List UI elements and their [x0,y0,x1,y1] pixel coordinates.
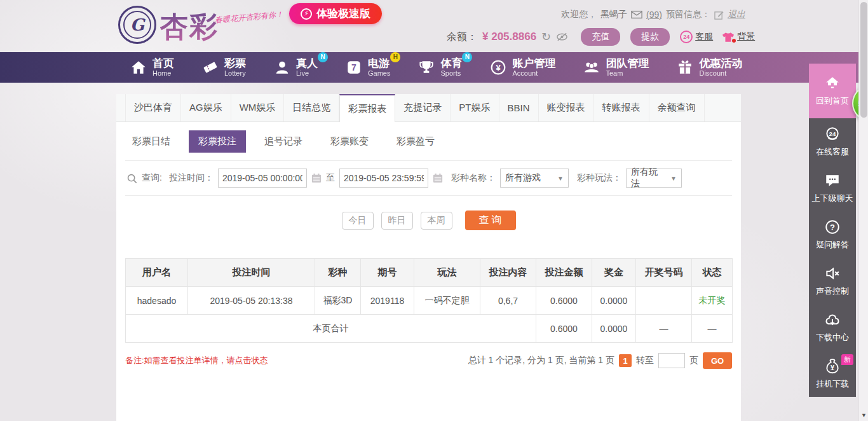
col-lottery: 彩种 [315,259,361,287]
sidebar-item-back-home[interactable]: 回到首页 [809,64,856,118]
nav-item-discount[interactable]: 优惠活动Discount [677,58,742,78]
tab-account-change[interactable]: 账变报表 [539,94,594,121]
subtab-chase-records[interactable]: 追号记录 [255,130,312,153]
background-setting-link[interactable]: 背景 [722,31,755,43]
summary-amount: 0.6000 [536,315,592,343]
new-badge: 新 [841,354,853,365]
col-content: 投注内容 [480,259,536,287]
query-toolbar: 查询: 投注时间： 至 彩种名称： 所有游戏 ▼ 彩种玩法： 所有玩法 ▼ [125,160,732,196]
sidebar-item-faq[interactable]: ? 疑问解答 [809,211,856,258]
tab-daily-overview[interactable]: 日结总览 [284,94,339,121]
quick-range-buttons: 今日 昨日 本周 查 询 [116,210,741,230]
scrollbar-thumb[interactable] [860,2,867,118]
scrollbar-down-arrow[interactable]: ▼ [859,412,868,418]
username: 黑蝎子 [600,9,627,20]
coin-icon: ¥ [490,59,506,76]
nav-item-account[interactable]: ¥ 账户管理Account [490,58,555,78]
brand-name[interactable]: 杏彩 [160,8,219,46]
search-button[interactable]: 查 询 [465,210,516,230]
bets-table: 用户名 投注时间 彩种 期号 玩法 投注内容 投注金额 奖金 开奖号码 状态 h… [125,258,733,343]
lottery-subtabs: 彩票日结 彩票投注 追号记录 彩票账变 彩票盈亏 [123,130,741,153]
sidebar-item-download-center[interactable]: 下载中心 [809,304,856,350]
logout-link[interactable]: 退出 [728,9,745,20]
balance-value: ¥ 205.8866 [482,31,536,43]
hide-balance-icon[interactable] [556,32,568,41]
bets-table-wrap: 用户名 投注时间 彩种 期号 玩法 投注内容 投注金额 奖金 开奖号码 状态 h… [125,258,732,343]
tab-ag[interactable]: AG娱乐 [181,94,231,121]
tab-shaba-sports[interactable]: 沙巴体育 [125,94,181,121]
recharge-button[interactable]: 充值 [581,28,620,46]
calendar-icon[interactable] [433,173,443,183]
nav-item-home[interactable]: 首页Home [130,58,174,78]
page-scrollbar[interactable]: ▼ [858,0,868,421]
chevron-down-icon: ▼ [670,175,677,182]
play-type-select[interactable]: 所有玩法 ▼ [626,169,682,188]
tab-deposit-withdraw[interactable]: 充提记录 [395,94,451,121]
sidebar-item-hangup-download[interactable]: 新 ¥ 挂机下载 [809,350,856,397]
bet-time-label: 投注时间： [169,172,214,184]
cell-amount: 0.6000 [536,287,592,315]
sidebar-item-sound[interactable]: 声音控制 [809,258,856,304]
subtab-lottery-bets[interactable]: 彩票投注 [189,130,246,153]
svg-text:24: 24 [829,130,836,137]
subtab-lottery-daily[interactable]: 彩票日结 [123,130,180,153]
ticket-icon [202,59,219,76]
welcome-text: 欢迎您， [561,9,597,20]
page-unit-label: 页 [689,355,698,366]
date-from-input[interactable] [218,169,307,188]
to-label: 至 [326,172,335,184]
team-icon [583,59,600,76]
this-week-button[interactable]: 本周 [421,212,452,230]
cell-status-link[interactable]: 未开奖 [692,287,733,315]
chat-icon [824,172,841,189]
subtab-lottery-pnl[interactable]: 彩票盈亏 [387,130,444,153]
report-tabs: 沙巴体育 AG娱乐 WM娱乐 日结总览 彩票报表 充提记录 PT娱乐 BBIN … [116,94,741,122]
sidebar-item-online-service[interactable]: 24 在线客服 [809,118,856,165]
tab-transfer-report[interactable]: 转账报表 [594,94,649,121]
chevron-down-icon: ▼ [557,175,564,182]
customer-service-link[interactable]: 24 客服 [680,31,713,43]
balance-bar: 余额： ¥ 205.8866 ↻ 充值 提款 24 客服 背景 [447,28,755,46]
home-icon [824,75,841,92]
today-button[interactable]: 今日 [342,212,374,230]
brand-logo-emblem[interactable]: G [118,6,156,44]
cell-lottery: 福彩3D [315,287,361,315]
sidebar-item-chat[interactable]: 上下级聊天 [809,165,856,211]
search-icon [126,173,137,184]
nav-item-games[interactable]: 7 电游Games H [346,58,390,78]
withdraw-button[interactable]: 提款 [630,28,670,46]
tab-wm[interactable]: WM娱乐 [231,94,285,121]
summary-draw: — [636,315,692,343]
cell-bet-time: 2019-05-05 20:13:38 [188,287,315,315]
yesterday-button[interactable]: 昨日 [381,212,413,230]
col-play: 玩法 [414,259,480,287]
col-draw-number: 开奖号码 [636,259,692,287]
tab-balance-query[interactable]: 余额查询 [649,94,705,121]
play-type-label: 彩种玩法： [577,172,621,184]
mail-icon[interactable] [631,10,642,19]
page-1-button[interactable]: 1 [619,354,632,367]
seven-icon: 7 [346,59,362,76]
date-to-input[interactable] [339,169,428,188]
refresh-balance-icon[interactable]: ↻ [541,30,551,44]
subtab-lottery-changes[interactable]: 彩票账变 [321,130,378,153]
tab-lottery-report[interactable]: 彩票报表 [339,94,395,122]
summary-label: 本页合计 [126,315,536,343]
svg-text:7: 7 [351,62,356,72]
quick-sidebar: 回到首页 24 在线客服 上下级聊天 ? 疑问解答 声音控制 下载中心 新 ¥ … [809,64,856,397]
mail-count-link[interactable]: (99) [646,10,662,20]
calendar-icon[interactable] [311,173,322,183]
live-person-icon [274,59,290,76]
speed-version-badge[interactable]: ⚡ 体验极速版 [289,3,382,24]
tab-pt[interactable]: PT娱乐 [451,94,499,121]
nav-item-lottery[interactable]: 彩票Lottery [202,58,246,78]
go-button[interactable]: GO [703,352,732,369]
goto-label: 转至 [636,355,654,366]
goto-page-input[interactable] [658,353,685,368]
nav-item-sports[interactable]: 体育Sports N [418,58,462,78]
edit-icon[interactable] [714,10,724,20]
nav-item-team[interactable]: 团队管理Team [583,58,649,78]
lottery-name-select[interactable]: 所有游戏 ▼ [500,169,569,188]
nav-item-live[interactable]: 真人Live N [274,58,318,78]
tab-bbin[interactable]: BBIN [499,94,539,121]
